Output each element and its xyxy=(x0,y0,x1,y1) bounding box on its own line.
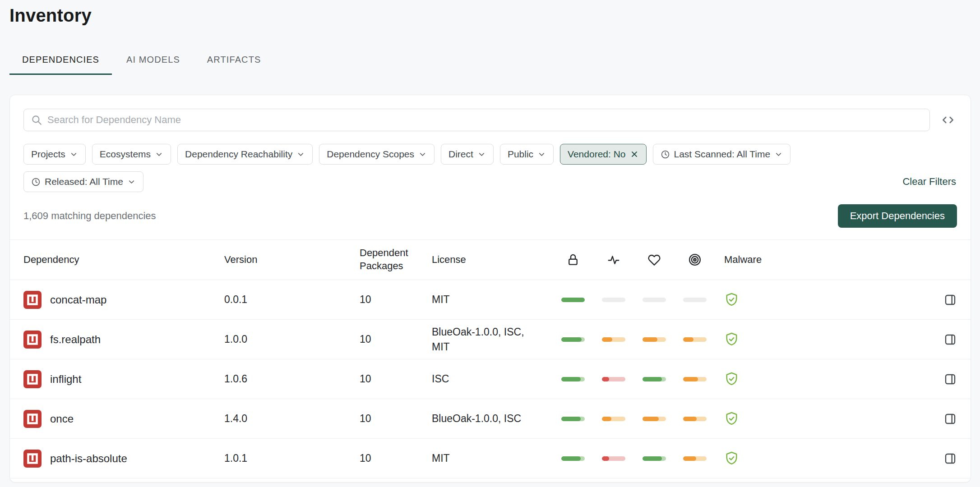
vulnerability-score-bar xyxy=(683,298,707,302)
col-header-dependent-packages: Dependent Packages xyxy=(360,247,416,272)
clock-icon xyxy=(31,177,41,187)
activity-icon xyxy=(593,253,634,266)
npm-icon xyxy=(23,370,42,388)
search-icon xyxy=(31,114,42,126)
dependency-name[interactable]: concat-map xyxy=(50,294,106,306)
filter-dependency-reachability[interactable]: Dependency Reachability xyxy=(177,144,313,165)
chevron-down-icon xyxy=(418,150,427,159)
npm-icon xyxy=(23,410,42,428)
search-input[interactable] xyxy=(23,109,930,131)
chevron-down-icon xyxy=(774,150,783,159)
filter-label: Dependency Reachability xyxy=(185,149,292,160)
chevron-down-icon xyxy=(537,150,546,159)
search-row xyxy=(23,109,957,131)
quality-score-bar xyxy=(602,377,625,381)
open-details-panel-button[interactable] xyxy=(943,293,957,307)
chevron-down-icon xyxy=(69,150,78,159)
dependency-name[interactable]: inflight xyxy=(50,373,81,386)
filter-label: Released: All Time xyxy=(45,176,123,187)
open-details-panel-button[interactable] xyxy=(943,412,957,426)
dependency-version: 1.0.0 xyxy=(224,333,360,345)
maintenance-score-bar xyxy=(643,417,666,421)
shield-check-icon xyxy=(724,411,739,426)
vulnerability-score-bar xyxy=(683,417,707,421)
dependencies-panel: Projects Ecosystems Dependency Reachabil… xyxy=(9,95,971,482)
filter-row-2: Released: All Time Clear Filters xyxy=(23,171,957,192)
filter-label: Projects xyxy=(31,149,65,160)
table-row[interactable]: path-is-absolute 1.0.1 10 MIT xyxy=(10,439,971,478)
chevron-down-icon xyxy=(296,150,305,159)
license-value: BlueOak-1.0.0, ISC, MIT xyxy=(432,325,553,354)
close-icon[interactable] xyxy=(630,150,639,159)
dependency-version: 1.0.1 xyxy=(224,452,360,464)
shield-check-icon xyxy=(724,372,739,386)
quality-score-bar xyxy=(602,417,625,421)
vulnerability-score-bar xyxy=(683,456,707,461)
tab-ai-models[interactable]: AI MODELS xyxy=(114,55,193,75)
heart-icon xyxy=(634,253,675,266)
license-value: BlueOak-1.0.0, ISC xyxy=(432,411,553,426)
filter-row-1: Projects Ecosystems Dependency Reachabil… xyxy=(23,144,957,165)
dependency-version: 1.4.0 xyxy=(224,413,360,425)
table-row[interactable]: once 1.4.0 10 BlueOak-1.0.0, ISC xyxy=(10,399,971,439)
table-row[interactable]: concat-map 0.0.1 10 MIT xyxy=(10,280,971,320)
table-row[interactable]: fs.realpath 1.0.0 10 BlueOak-1.0.0, ISC,… xyxy=(10,320,971,359)
filter-projects[interactable]: Projects xyxy=(23,144,86,165)
security-score-bar xyxy=(561,337,585,342)
maintenance-score-bar xyxy=(643,337,666,342)
table-row[interactable]: inflight 1.0.6 10 ISC xyxy=(10,359,971,399)
tab-dependencies[interactable]: DEPENDENCIES xyxy=(9,55,112,75)
side-panel-icon xyxy=(943,293,957,307)
maintenance-score-bar xyxy=(643,377,666,381)
quality-score-bar xyxy=(602,456,625,461)
side-panel-icon xyxy=(943,452,957,465)
open-details-panel-button[interactable] xyxy=(943,452,957,465)
dependency-name[interactable]: path-is-absolute xyxy=(50,452,127,465)
dependency-name[interactable]: once xyxy=(50,413,74,425)
dependent-packages-count: 10 xyxy=(360,333,432,345)
filter-ecosystems[interactable]: Ecosystems xyxy=(92,144,171,165)
chevron-down-icon xyxy=(155,150,163,159)
filter-label: Last Scanned: All Time xyxy=(674,149,771,160)
quality-score-bar xyxy=(602,337,625,342)
side-panel-icon xyxy=(943,372,957,386)
dependent-packages-count: 10 xyxy=(360,413,432,425)
chevron-down-icon xyxy=(477,150,486,159)
filter-direct[interactable]: Direct xyxy=(441,144,494,165)
clear-filters-link[interactable]: Clear Filters xyxy=(902,176,956,188)
target-icon xyxy=(675,253,715,266)
filter-dependency-scopes[interactable]: Dependency Scopes xyxy=(319,144,435,165)
summary-row: 1,609 matching dependencies Export Depen… xyxy=(23,204,957,228)
shield-check-icon xyxy=(724,332,739,347)
license-value: MIT xyxy=(432,292,553,307)
maintenance-score-bar xyxy=(643,298,666,302)
filter-label: Dependency Scopes xyxy=(327,149,414,160)
filter-public[interactable]: Public xyxy=(500,144,554,165)
open-details-panel-button[interactable] xyxy=(943,333,957,346)
tab-artifacts[interactable]: ARTIFACTS xyxy=(194,55,274,75)
security-score-bar xyxy=(561,377,585,381)
dependency-version: 1.0.6 xyxy=(224,373,360,385)
filter-last-scanned[interactable]: Last Scanned: All Time xyxy=(653,144,791,165)
lock-icon xyxy=(553,253,593,266)
export-dependencies-button[interactable]: Export Dependencies xyxy=(838,204,957,228)
vulnerability-score-bar xyxy=(683,337,707,342)
filter-label: Ecosystems xyxy=(100,149,151,160)
security-score-bar xyxy=(561,298,585,302)
dependency-version: 0.0.1 xyxy=(224,294,360,306)
filter-label: Direct xyxy=(448,149,473,160)
clock-icon xyxy=(661,150,670,159)
filter-label: Vendored: No xyxy=(568,149,625,160)
tab-bar: DEPENDENCIES AI MODELS ARTIFACTS xyxy=(9,55,980,75)
open-details-panel-button[interactable] xyxy=(943,372,957,386)
dependent-packages-count: 10 xyxy=(360,373,432,385)
col-header-dependency: Dependency xyxy=(23,253,224,266)
table-header-row: Dependency Version Dependent Packages Li… xyxy=(10,239,971,280)
maintenance-score-bar xyxy=(643,456,666,461)
license-value: MIT xyxy=(432,451,553,465)
code-query-icon[interactable] xyxy=(939,111,957,129)
dependency-name[interactable]: fs.realpath xyxy=(50,333,101,346)
filter-released[interactable]: Released: All Time xyxy=(23,171,143,192)
filter-vendored-no[interactable]: Vendored: No xyxy=(560,144,646,165)
matching-count: 1,609 matching dependencies xyxy=(23,210,156,222)
